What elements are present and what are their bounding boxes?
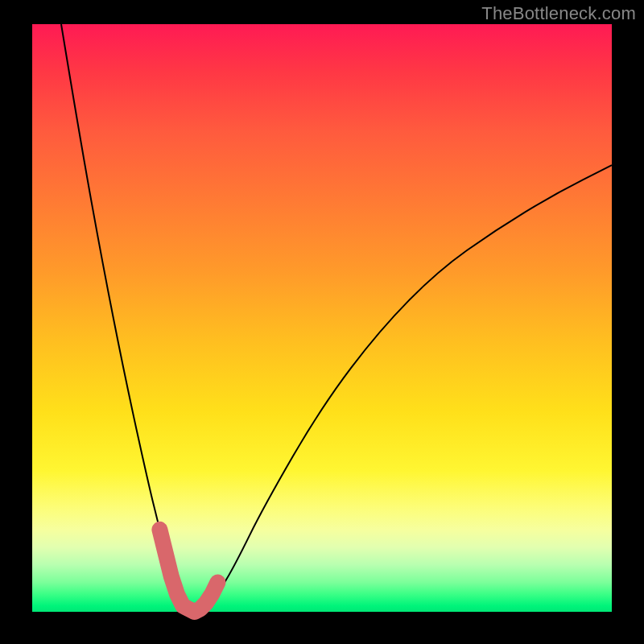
chart-frame: TheBottleneck.com	[0, 0, 644, 644]
bottleneck-curve	[61, 24, 612, 611]
plot-area	[32, 24, 612, 612]
optimal-zone-marker	[159, 530, 217, 612]
watermark-text: TheBottleneck.com	[481, 3, 636, 24]
optimal-zone-band	[159, 530, 217, 612]
curve-svg	[32, 24, 612, 612]
